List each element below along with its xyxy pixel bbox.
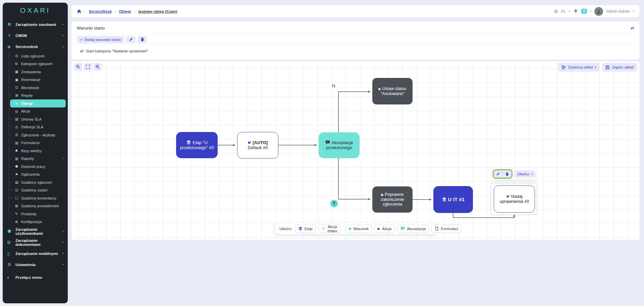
sidebar-item[interactable]: ⌘ Reguły	[10, 92, 66, 100]
sidebar-item[interactable]: ▤ Formularze	[10, 139, 66, 147]
node-nadaj-uprawnienia[interactable]: ☛Nadaj uprawnienia #0	[494, 185, 535, 213]
sidebar-item[interactable]: ⚉ Dziennik pracy	[10, 163, 66, 171]
sidebar-item[interactable]: ▣ Rezerwacje	[10, 76, 66, 84]
node-auto-action[interactable]: ☛[AUTO] Default #0	[237, 132, 278, 159]
delete-node-button[interactable]	[503, 170, 512, 178]
sidebar-item[interactable]: ∿ Obiegi	[10, 99, 66, 107]
create-formularz-button[interactable]: Formularz	[431, 225, 462, 233]
collapse-menu-button[interactable]: ‹ Przełącz menu	[3, 271, 68, 283]
group-icon: ▯	[7, 251, 15, 256]
node-akceptacja-przelozonego[interactable]: Akceptacja przełożonego	[319, 132, 360, 158]
add-start-condition-button[interactable]: + Dodaj warunek startu	[77, 36, 124, 43]
save-layout-button[interactable]: Zapisz układ	[602, 63, 637, 72]
item-icon: ▢	[15, 196, 21, 200]
file-icon	[435, 226, 439, 231]
node-label: Nadaj uprawnienia #0	[499, 194, 529, 204]
refresh-conditions-icon[interactable]: ⇄	[631, 26, 634, 31]
node-stage-uit[interactable]: U IT #1	[433, 186, 473, 213]
group-label: Zarządzanie dokumentami	[15, 238, 62, 247]
item-icon: ▦	[15, 70, 21, 74]
chevron-down-icon[interactable]: ▾	[569, 10, 570, 13]
create-akceptacja-button[interactable]: Akceptacja	[397, 225, 429, 233]
zoom-in-button[interactable]	[94, 63, 102, 71]
sidebar-item[interactable]: ◎ Akcje	[10, 107, 66, 116]
create-akcja-etapu-button[interactable]: ☞ Akcja etapu	[318, 225, 340, 233]
edit-delete-group-highlight	[493, 169, 513, 179]
node-poprawne-zakonczenie[interactable]: ▶Poprawne zakończenie zgłoszenia	[372, 186, 413, 213]
sidebar-item[interactable]: ⊠ Szablony powiadomień	[10, 202, 66, 210]
sidebar-item[interactable]: ☰ Zgłoszenie - atrybuty	[10, 131, 66, 139]
sidebar-item[interactable]: ▢ Szablony komentarzy	[10, 194, 66, 202]
sidebar-group-item[interactable]: ⧉ Zarządzanie dokumentami ▾	[3, 237, 68, 248]
item-label: Obiegi	[21, 101, 33, 105]
breadcrumb-obiegi[interactable]: Obiegi	[119, 9, 131, 13]
item-icon: ☑	[15, 86, 21, 89]
breadcrumb-current[interactable]: testowy obieg (Copy)	[138, 9, 177, 13]
item-label: Akcje	[21, 109, 30, 113]
node-create-dropdown[interactable]: Utwórz ▾	[514, 170, 536, 178]
item-icon: ▣	[15, 78, 21, 82]
sidebar-group-item[interactable]: ☸ Zarządzanie zasobami ▾	[3, 19, 68, 30]
sidebar-group-item[interactable]: ▯ Zarządzanie mobilnymi ▾	[3, 248, 68, 259]
sidebar-item[interactable]: ⧉ Kategorie zgłoszeń	[10, 60, 66, 68]
hand-pointer-icon: ☛	[248, 140, 252, 145]
item-icon: ◎	[15, 110, 21, 113]
pencil-icon	[496, 172, 500, 176]
sidebar-group-item[interactable]: ⚛ CMDB ▾	[3, 30, 68, 41]
oxari-logo: OXARI	[3, 3, 68, 18]
sidebar-item[interactable]: ▥ Raporty ▾	[10, 155, 66, 163]
sidebar-item[interactable]: ⚙ Konfiguracja	[10, 218, 66, 226]
sidebar-group-item[interactable]: ◈ Servicedesk ▴	[3, 41, 68, 52]
play-icon: ▶	[378, 227, 380, 230]
create-akcja-button[interactable]: ▶ Akcja	[374, 225, 395, 233]
sidebar-group-item[interactable]: ⚉ Zarządzanie użytkownikami ▾	[3, 226, 68, 237]
sidebar-item[interactable]: ☰ Lista zgłoszeń	[10, 52, 66, 60]
settings-gear-icon[interactable]: ⚙	[554, 9, 558, 14]
hand-pointer-icon: ☛	[506, 194, 510, 199]
canvas-layout-toolbar: Zastosuj układ ▾ Zapisz układ	[558, 63, 637, 72]
group-icon: ⚛	[7, 33, 15, 38]
language-selector[interactable]: PL	[561, 9, 566, 13]
sidebar-group-item[interactable]: ⚙ Ustawienia ▾	[3, 259, 68, 270]
sidebar-item[interactable]: ◷ Definicje SLA	[10, 123, 66, 131]
sidebar-item[interactable]: ☑ Szablony zadań	[10, 186, 66, 194]
sidebar-item[interactable]: ▤ Umowy SLA	[10, 115, 66, 123]
node-ustaw-status-anulowane[interactable]: ▶Ustaw status "Anulowane"	[372, 78, 413, 104]
chevron-down-icon: ▾	[62, 230, 64, 233]
create-warunek-button[interactable]: ◆ Warunek	[345, 225, 372, 233]
sidebar-item[interactable]: ✎ Protokoły	[10, 210, 66, 218]
create-etap-button[interactable]: Etap	[295, 225, 316, 233]
node-label: Ustaw status "Anulowane"	[381, 86, 407, 96]
start-condition-row[interactable]: ⇄ Start kategoria "Nadanie uprawnień"	[71, 45, 640, 53]
zoom-out-button[interactable]	[74, 63, 82, 71]
sidebar-item[interactable]: ▤ Szablony zgłoszeń	[10, 178, 66, 186]
item-label: Protokoły	[21, 212, 37, 216]
bell-icon[interactable]	[573, 9, 578, 14]
item-icon: ⚉	[15, 165, 21, 168]
approval-bubble-icon	[325, 140, 330, 145]
chevron-down-icon[interactable]: ▾	[633, 10, 634, 13]
chevron-down-icon[interactable]: ▾	[590, 10, 591, 13]
user-avatar[interactable]	[594, 7, 603, 16]
item-label: Raporty	[21, 157, 34, 161]
workflow-canvas[interactable]: Zastosuj układ ▾ Zapisz układ Etap "U pr…	[71, 61, 640, 241]
sidebar-item[interactable]: ▦ Zestawienia	[10, 68, 66, 76]
node-stage-u-przelozonego[interactable]: Etap "U przełożonego" #0	[176, 132, 218, 158]
sidebar-item[interactable]: ✱ Bazy wiedzy	[10, 147, 66, 155]
home-icon[interactable]	[77, 9, 82, 14]
chevron-down-icon: ▾	[62, 252, 64, 255]
sidebar-item[interactable]: ⚑ Ogłoszenia	[10, 171, 66, 179]
user-name[interactable]: Admin Admin	[606, 9, 630, 14]
item-icon: ☰	[15, 54, 21, 58]
edit-condition-button[interactable]	[126, 36, 136, 43]
sidebar-item[interactable]: ☑ Akceptacje	[10, 84, 66, 92]
apply-layout-button[interactable]: Zastosuj układ ▾	[558, 63, 599, 72]
start-conditions-panel: Warunki startu ⇄ + Dodaj warunek startu …	[71, 21, 640, 60]
edit-node-button[interactable]	[494, 170, 502, 178]
group-icon: ⚉	[7, 229, 15, 234]
notification-badge[interactable]: 0	[581, 9, 587, 14]
breadcrumb-servicedesk[interactable]: ServiceDesk	[89, 9, 112, 13]
group-label: Zarządzanie użytkownikami	[15, 227, 62, 235]
fit-view-button[interactable]	[84, 63, 92, 71]
delete-condition-button[interactable]	[138, 36, 147, 43]
